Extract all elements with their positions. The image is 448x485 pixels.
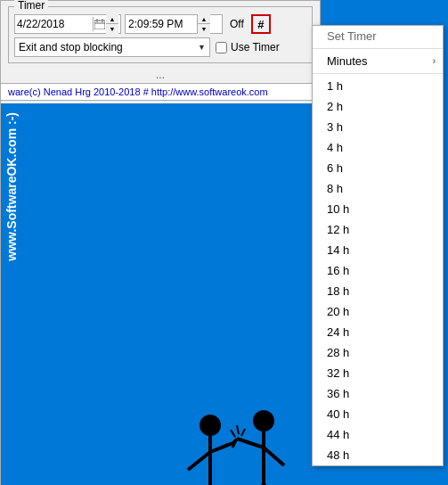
- hash-button[interactable]: #: [251, 14, 271, 34]
- dropdown-arrow-icon: ▼: [198, 43, 206, 52]
- calendar-icon[interactable]: [93, 17, 106, 31]
- hour-menu-item[interactable]: 18 h: [313, 281, 443, 301]
- time-field[interactable]: ▲ ▼: [125, 14, 223, 34]
- date-spinners[interactable]: ▲ ▼: [106, 14, 118, 34]
- minutes-label: Minutes: [327, 54, 368, 68]
- hour-menu-item[interactable]: 28 h: [313, 342, 443, 363]
- stick-figure-svg: [179, 399, 304, 485]
- svg-line-19: [237, 425, 239, 434]
- timer-group: Timer ▲ ▼: [8, 6, 313, 63]
- minutes-menu-item[interactable]: Minutes ›: [313, 51, 443, 71]
- hour-menu-item[interactable]: 44 h: [313, 424, 443, 445]
- hour-menu-item[interactable]: 36 h: [313, 383, 443, 404]
- menu-separator-2: [313, 73, 443, 74]
- main-window: Timer ▲ ▼: [0, 0, 321, 485]
- svg-line-7: [210, 443, 232, 452]
- time-up-arrow[interactable]: ▲: [198, 14, 210, 24]
- hour-menu-item[interactable]: 4 h: [313, 137, 443, 158]
- action-dropdown-value: Exit and stop blocking: [19, 41, 123, 53]
- context-menu: Set Timer Minutes › 1 h2 h3 h4 h6 h8 h10…: [312, 25, 444, 466]
- svg-line-18: [231, 430, 235, 437]
- stick-figures: [179, 399, 304, 485]
- date-down-arrow[interactable]: ▼: [106, 24, 118, 34]
- timer-row1: ▲ ▼ ▲ ▼ Off #: [14, 14, 306, 34]
- hour-menu-item[interactable]: 40 h: [313, 404, 443, 424]
- svg-line-20: [241, 429, 245, 436]
- use-timer-checkbox[interactable]: [216, 42, 227, 53]
- copyright-bar: ware(c) Nenad Hrg 2010-2018 # http://www…: [1, 83, 320, 101]
- date-input[interactable]: [17, 18, 93, 30]
- hour-menu-item[interactable]: 2 h: [313, 96, 443, 117]
- hour-menu-item[interactable]: 3 h: [313, 117, 443, 137]
- hour-menu-item[interactable]: 32 h: [313, 363, 443, 383]
- set-timer-label: Set Timer: [313, 26, 443, 46]
- hour-menu-item[interactable]: 6 h: [313, 158, 443, 178]
- svg-line-6: [188, 452, 210, 470]
- svg-rect-0: [94, 21, 105, 29]
- sideways-text: www.SoftwareOK.com :-): [1, 103, 22, 270]
- timer-legend: Timer: [14, 0, 48, 12]
- blue-area: www.SoftwareOK.com :-): [1, 103, 322, 485]
- svg-point-4: [200, 415, 221, 436]
- time-down-arrow[interactable]: ▼: [198, 24, 210, 34]
- hour-menu-item[interactable]: 16 h: [313, 260, 443, 281]
- time-input[interactable]: [126, 18, 197, 30]
- svg-point-10: [253, 410, 274, 432]
- hour-menu-item[interactable]: 20 h: [313, 301, 443, 322]
- date-up-arrow[interactable]: ▲: [106, 14, 118, 24]
- hour-menu-item[interactable]: 24 h: [313, 322, 443, 342]
- hour-menu-item[interactable]: 10 h: [313, 199, 443, 219]
- svg-line-12: [237, 439, 264, 448]
- timer-row2: Exit and stop blocking ▼ Use Timer: [14, 37, 306, 57]
- dots-row: ...: [1, 69, 320, 81]
- hour-menu-item[interactable]: 8 h: [313, 178, 443, 199]
- copyright-text: ware(c) Nenad Hrg 2010-2018 # http://www…: [8, 86, 268, 97]
- svg-line-14: [264, 448, 284, 465]
- hour-menu-item[interactable]: 12 h: [313, 219, 443, 240]
- action-dropdown[interactable]: Exit and stop blocking ▼: [14, 37, 210, 57]
- off-label: Off: [230, 18, 244, 30]
- hour-menu-item[interactable]: 14 h: [313, 240, 443, 260]
- time-spinners[interactable]: ▲ ▼: [197, 14, 210, 34]
- hour-menu-item[interactable]: 1 h: [313, 76, 443, 96]
- use-timer-row: Use Timer: [216, 41, 280, 53]
- use-timer-label: Use Timer: [231, 41, 280, 53]
- date-field[interactable]: ▲ ▼: [14, 14, 121, 34]
- chevron-right-icon: ›: [433, 56, 436, 66]
- hour-menu-item[interactable]: 48 h: [313, 445, 443, 465]
- menu-separator-1: [313, 48, 443, 49]
- hour-items-container: 1 h2 h3 h4 h6 h8 h10 h12 h14 h16 h18 h20…: [313, 76, 443, 465]
